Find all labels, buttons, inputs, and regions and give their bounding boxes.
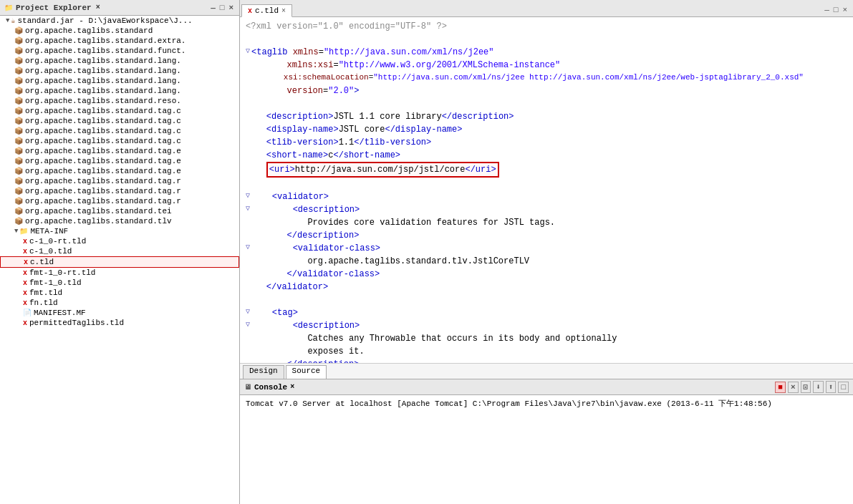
tree-item-c-1-0-rt[interactable]: x c-1_0-rt.tld (0, 236, 239, 246)
editor-content: <?xml version="1.0" encoding="UTF-8" ?> … (240, 17, 853, 363)
console-close-badge[interactable]: × (290, 383, 294, 391)
tree-item-org8[interactable]: 📦 org.apache.taglibs.standard.reso. (0, 96, 239, 106)
tree-item-c-tld[interactable]: x c.tld (0, 256, 239, 268)
project-explorer-close-icon[interactable]: × (96, 4, 100, 11)
tree-item-org17[interactable]: 📦 org.apache.taglibs.standard.tag.r (0, 186, 239, 196)
tree-label-permitted: permittedTaglibs.tld (29, 319, 124, 327)
project-explorer-panel: 📁 Project Explorer × — □ × ▼ ☕ standard.… (0, 0, 240, 504)
tree-item-fmt[interactable]: x fmt.tld (0, 288, 239, 298)
tree-item-org14[interactable]: 📦 org.apache.taglibs.standard.tag.e (0, 156, 239, 166)
tree-arrow-meta-inf: ▼ (14, 228, 18, 235)
package-icon-19: 📦 (14, 207, 23, 215)
tree-item-org1[interactable]: 📦 org.apache.taglibs.standard (0, 26, 239, 36)
collapse-desc-icon[interactable]: ▽ (246, 203, 250, 216)
tree-item-org19[interactable]: 📦 org.apache.taglibs.standard.tei (0, 206, 239, 216)
collapse-validator-icon[interactable]: ▽ (246, 190, 250, 203)
tld-icon-c-1-0: x (23, 248, 27, 256)
package-icon-20: 📦 (14, 217, 23, 226)
collapse-valclass-icon[interactable]: ▽ (246, 242, 250, 255)
tld-icon-fmt-1-0-rt: x (23, 269, 27, 277)
tree-item-org9[interactable]: 📦 org.apache.taglibs.standard.tag.c (0, 106, 239, 116)
console-stop-icon[interactable]: ■ (775, 382, 786, 393)
tab-source[interactable]: Source (286, 365, 327, 379)
tab-ctld-close[interactable]: × (281, 7, 286, 15)
code-line-tag-desc-open: ▽ <description> (240, 319, 853, 332)
collapse-tag-icon[interactable]: ▽ (246, 306, 250, 319)
tree-item-org16[interactable]: 📦 org.apache.taglibs.standard.tag.r (0, 176, 239, 186)
code-line-tag-desc-text1: Catches any Throwable that occurs in its… (240, 332, 853, 345)
console-terminate-icon[interactable]: × (788, 382, 799, 393)
tree-item-org15[interactable]: 📦 org.apache.taglibs.standard.tag.e (0, 166, 239, 176)
tree-label-org18: org.apache.taglibs.standard.tag.r (25, 197, 181, 205)
code-line-tag-desc-text2: exposes it. (240, 345, 853, 358)
tab-ctld[interactable]: x c.tld × (241, 4, 292, 17)
console-toolbar: ■ × ⊡ ⬇ ⬆ □ (775, 381, 849, 393)
package-icon-12: 📦 (14, 137, 23, 145)
tree-item-org18[interactable]: 📦 org.apache.taglibs.standard.tag.r (0, 196, 239, 206)
code-line-validator-close: </validator> (240, 281, 853, 294)
tree-label-org7: org.apache.taglibs.standard.lang. (25, 87, 181, 95)
tree-item-fmt-1-0[interactable]: x fmt-1_0.tld (0, 278, 239, 288)
tree-label-standard-jar: standard.jar - D:\javaEworkspace\J... (17, 16, 192, 25)
tree-item-org4[interactable]: 📦 org.apache.taglibs.standard.lang. (0, 56, 239, 66)
tree-item-standard-jar[interactable]: ▼ ☕ standard.jar - D:\javaEworkspace\J..… (0, 16, 239, 26)
code-line-1: <?xml version="1.0" encoding="UTF-8" ?> (240, 20, 853, 33)
editor-restore-icon[interactable]: □ (832, 5, 840, 15)
tree-item-fn[interactable]: x fn.tld (0, 298, 239, 308)
tab-design[interactable]: Design (243, 365, 284, 379)
tree-label-fmt: fmt.tld (29, 289, 62, 297)
code-line-desc-text: Provides core validation features for JS… (240, 216, 853, 229)
tree-item-org12[interactable]: 📦 org.apache.taglibs.standard.tag.c (0, 136, 239, 146)
code-line-desc-open: ▽ <description> (240, 203, 853, 216)
tree-item-org7[interactable]: 📦 org.apache.taglibs.standard.lang. (0, 86, 239, 96)
console-scroll-down-icon[interactable]: ⬇ (813, 381, 824, 393)
tree-label-org10: org.apache.taglibs.standard.tag.c (25, 117, 181, 125)
tab-ctld-label: c.tld (255, 6, 279, 15)
tld-icon-c-tld: x (24, 258, 28, 266)
tree-label-fmt-1-0: fmt-1_0.tld (29, 278, 82, 287)
code-line-uri: <uri>http://java.sun.com/jsp/jstl/core</… (240, 162, 853, 178)
tree-item-org13[interactable]: 📦 org.apache.taglibs.standard.tag.e (0, 146, 239, 156)
tld-icon-fmt-1-0: x (23, 279, 27, 287)
console-scroll-up-icon[interactable]: ⬆ (826, 381, 837, 393)
folder-icon-meta-inf: 📁 (19, 227, 28, 236)
project-explorer-title: Project Explorer (16, 4, 92, 12)
package-icon-6: 📦 (14, 77, 23, 85)
tree-item-fmt-1-0-rt[interactable]: x fmt-1_0-rt.tld (0, 268, 239, 278)
tree-item-org2[interactable]: 📦 org.apache.taglibs.standard.extra. (0, 36, 239, 46)
tab-ctld-icon: x (248, 7, 252, 15)
tree-item-permitted[interactable]: x permittedTaglibs.tld (0, 318, 239, 328)
tree-item-org3[interactable]: 📦 org.apache.taglibs.standard.funct. (0, 46, 239, 56)
console-scroll-lock-icon[interactable]: ⊡ (801, 381, 811, 393)
package-icon-11: 📦 (14, 127, 23, 135)
code-line-description: <description>JSTL 1.1 core library</desc… (240, 110, 853, 123)
editor-close-icon[interactable]: × (841, 5, 849, 15)
tree-item-org11[interactable]: 📦 org.apache.taglibs.standard.tag.c (0, 126, 239, 136)
code-line-desc-close: </description> (240, 229, 853, 242)
maximize-icon[interactable]: □ (218, 3, 226, 13)
tree-label-org6: org.apache.taglibs.standard.lang. (25, 77, 181, 85)
tree-label-meta-inf: META-INF (30, 227, 68, 236)
editor-minimize-icon[interactable]: — (823, 5, 831, 15)
package-icon-14: 📦 (14, 157, 23, 165)
close-panel-icon[interactable]: × (227, 3, 235, 13)
editor-toolbar: — □ × (820, 4, 852, 16)
collapse-tagdesc-icon[interactable]: ▽ (246, 319, 250, 332)
tree-item-org10[interactable]: 📦 org.apache.taglibs.standard.tag.c (0, 116, 239, 126)
tree-item-meta-inf[interactable]: ▼ 📁 META-INF (0, 226, 239, 236)
minimize-icon[interactable]: — (209, 3, 217, 13)
tree-item-org6[interactable]: 📦 org.apache.taglibs.standard.lang. (0, 76, 239, 86)
tree-label-c-1-0: c-1_0.tld (29, 247, 72, 256)
code-line-validator-class-close: </validator-class> (240, 268, 853, 281)
tree-item-c-1-0[interactable]: x c-1_0.tld (0, 246, 239, 256)
package-icon-15: 📦 (14, 167, 23, 175)
package-icon-1: 📦 (14, 26, 23, 35)
code-line-tag-desc-close: </description> (240, 358, 853, 363)
tree-item-org20[interactable]: 📦 org.apache.taglibs.standard.tlv (0, 216, 239, 226)
collapse-taglib-icon[interactable]: ▽ (246, 46, 250, 59)
tree-item-org5[interactable]: 📦 org.apache.taglibs.standard.lang. (0, 66, 239, 76)
tree-label-manifest: MANIFEST.MF (34, 309, 86, 317)
code-line-blank-3 (240, 178, 853, 190)
tree-item-manifest[interactable]: 📄 MANIFEST.MF (0, 308, 239, 318)
console-clear-icon[interactable]: □ (838, 382, 849, 393)
